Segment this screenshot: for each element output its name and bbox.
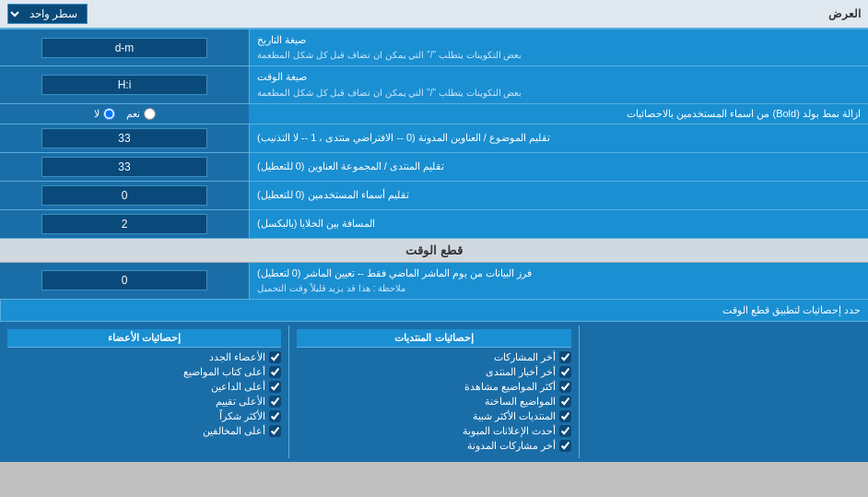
- time-format-row: صيغة الوقت بعض التكوينات يتطلب "/" التي …: [0, 66, 868, 103]
- date-format-input[interactable]: [41, 38, 207, 58]
- checkbox-blog-posts: أخر مشاركات المدونة: [297, 440, 570, 452]
- date-format-row: صيغة التاريخ بعض التكوينات يتطلب "/" الت…: [0, 30, 868, 66]
- checkbox-top-violators: أعلى المخالفين: [7, 425, 281, 437]
- cutoff-label: فرز البيانات من يوم الماشر الماضي فقط --…: [249, 263, 868, 299]
- checkbox-last-posts: أخر المشاركات: [297, 351, 570, 363]
- user-names-label: تقليم أسماء المستخدمين (0 للتعطيل): [249, 182, 868, 209]
- forum-titles-row: تقليم المنتدى / المجموعة العناوين (0 للت…: [0, 153, 868, 182]
- checkbox-highest-rated: الأعلى تقييم: [7, 396, 281, 408]
- radio-no[interactable]: [103, 108, 115, 120]
- checkbox-most-thanked-input[interactable]: [269, 410, 281, 422]
- main-container: العرض سطر واحد صيغة التاريخ بعض التكوينا…: [0, 0, 868, 462]
- user-names-input[interactable]: [41, 185, 207, 206]
- checkbox-hot-topics-input[interactable]: [559, 396, 571, 408]
- forums-stats-header: إحصائيات المنتديات: [297, 329, 570, 348]
- checkbox-col-right: [579, 325, 868, 458]
- checkbox-col-forums: إحصائيات المنتديات أخر المشاركات أخر أخب…: [288, 325, 578, 458]
- cutoff-input-cell: [0, 263, 249, 299]
- checkbox-most-viewed-input[interactable]: [559, 381, 571, 393]
- checkbox-new-members: الأعضاء الجدد: [7, 351, 281, 363]
- checkbox-most-similar: المنتديات الأكثر شبية: [297, 410, 570, 422]
- checkbox-most-similar-input[interactable]: [559, 410, 571, 422]
- date-format-input-cell: [0, 30, 249, 65]
- time-format-input-cell: [0, 66, 249, 102]
- subject-titles-input-cell: [0, 124, 249, 152]
- subject-titles-input[interactable]: [41, 128, 207, 148]
- checkbox-forum-news-input[interactable]: [559, 366, 571, 378]
- checkbox-most-thanked: الأكثر شكراً: [7, 410, 281, 422]
- user-names-input-cell: [0, 182, 249, 209]
- user-names-row: تقليم أسماء المستخدمين (0 للتعطيل): [0, 182, 868, 210]
- checkbox-most-viewed: أكثر المواضيع مشاهدة: [297, 381, 570, 393]
- checkbox-forum-news: أخر أخبار المنتدى: [297, 366, 570, 378]
- forum-titles-input-cell: [0, 153, 249, 181]
- forum-titles-label: تقليم المنتدى / المجموعة العناوين (0 للت…: [249, 153, 868, 181]
- bold-remove-input-cell: نعم لا: [0, 104, 249, 124]
- top-label: العرض: [828, 7, 861, 20]
- top-row: العرض سطر واحد: [0, 0, 868, 30]
- checkbox-top-topic-writers: أعلى كتاب المواضيع: [7, 366, 281, 378]
- time-format-label: صيغة الوقت بعض التكوينات يتطلب "/" التي …: [249, 66, 868, 102]
- bold-remove-row: ازالة نمط بولد (Bold) من اسماء المستخدمي…: [0, 104, 868, 124]
- checkbox-classified-ads-input[interactable]: [559, 425, 571, 437]
- bold-remove-label: ازالة نمط بولد (Bold) من اسماء المستخدمي…: [249, 104, 868, 124]
- checkbox-top-topic-writers-input[interactable]: [269, 366, 281, 378]
- checkbox-new-members-input[interactable]: [269, 351, 281, 363]
- cutoff-input[interactable]: [41, 270, 207, 290]
- checkbox-highest-rated-input[interactable]: [269, 396, 281, 408]
- radio-yes-option[interactable]: نعم: [126, 108, 156, 120]
- cell-spacing-input-cell: [0, 210, 249, 238]
- checkbox-top-violators-input[interactable]: [269, 425, 281, 437]
- cutoff-section-header: قطع الوقت: [0, 239, 868, 263]
- radio-yes[interactable]: [144, 108, 156, 120]
- checkboxes-header-row: حدد إحصائيات لتطبيق قطع الوقت: [0, 300, 868, 322]
- checkbox-hot-topics: المواضيع الساخنة: [297, 396, 570, 408]
- checkbox-top-inviters-input[interactable]: [269, 381, 281, 393]
- cell-spacing-input[interactable]: [41, 214, 207, 234]
- checkboxes-grid: إحصائيات المنتديات أخر المشاركات أخر أخب…: [0, 322, 868, 462]
- checkboxes-limit-label: حدد إحصائيات لتطبيق قطع الوقت: [0, 300, 868, 321]
- date-format-label: صيغة التاريخ بعض التكوينات يتطلب "/" الت…: [249, 30, 868, 65]
- checkbox-blog-posts-input[interactable]: [559, 440, 571, 452]
- forum-titles-input[interactable]: [41, 157, 207, 177]
- checkbox-col-members: إحصائيات الأعضاء الأعضاء الجدد أعلى كتاب…: [0, 325, 288, 458]
- cutoff-row: فرز البيانات من يوم الماشر الماضي فقط --…: [0, 263, 868, 300]
- cell-spacing-row: المسافة بين الخلايا (بالبكسل): [0, 210, 868, 239]
- members-stats-header: إحصائيات الأعضاء: [7, 329, 281, 348]
- subject-titles-row: تقليم الموضوع / العناوين المدونة (0 -- ا…: [0, 124, 868, 153]
- radio-no-option[interactable]: لا: [94, 108, 115, 120]
- time-format-input[interactable]: [41, 75, 207, 95]
- checkbox-top-inviters: أعلى الداعين: [7, 381, 281, 393]
- cell-spacing-label: المسافة بين الخلايا (بالبكسل): [249, 210, 868, 238]
- subject-titles-label: تقليم الموضوع / العناوين المدونة (0 -- ا…: [249, 124, 868, 152]
- checkbox-last-posts-input[interactable]: [559, 351, 571, 363]
- checkbox-classified-ads: أحدث الإعلانات المبوبة: [297, 425, 570, 437]
- display-mode-dropdown[interactable]: سطر واحد: [7, 4, 88, 24]
